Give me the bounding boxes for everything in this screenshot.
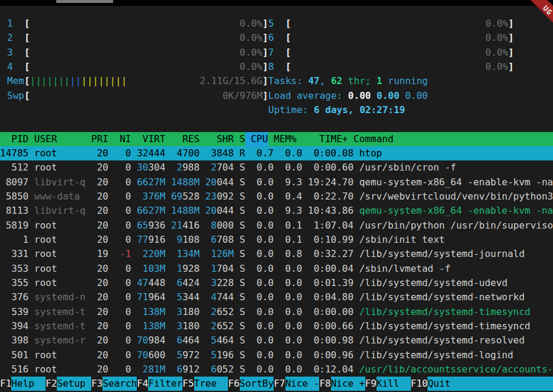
cpu-meter-3: 3[0.0%] [7,46,268,60]
fkey-f3[interactable]: F3Search [91,377,137,391]
process-nice: 0 [114,348,131,362]
process-row[interactable]: 501root2007060059725196S0.00.00:00.96/li… [0,348,553,362]
process-user: root [34,233,86,247]
column-header-ni[interactable]: NI [114,132,131,146]
process-nice: 0 [114,189,131,204]
fkey-f5[interactable]: F5Tree [182,377,228,391]
column-header-res[interactable]: RES [171,132,200,146]
fkey-f9[interactable]: F9Kill [365,377,411,391]
process-user: root [34,362,86,377]
column-header-time[interactable]: TIME+ [302,132,348,146]
process-command: /usr/sbin/cron -f [359,160,553,175]
fkey-f1[interactable]: F1Help [0,377,46,391]
process-nice: 0 [114,160,131,175]
process-row[interactable]: 353root200103M19281704S0.00.00:00.04/sbi… [0,262,553,276]
process-row[interactable]: 5819root20065936214168000S0.00.11:07.04/… [0,219,553,233]
column-header-pri[interactable]: PRI [91,132,108,146]
function-key-bar: F1HelpF2SetupF3SearchF4FilterF5TreeF6Sor… [0,377,553,391]
process-nice: 0 [114,175,131,189]
tasks-summary: Tasks: 47, 62 thr; 1 running [268,74,514,88]
process-row[interactable]: 8097libvirt-q2006627M1488M20044S0.09.319… [0,175,553,189]
process-command: /lib/systemd/systemd-journald [359,247,553,261]
process-row[interactable]: 398systemd-r2007098464645464S0.00.00:00.… [0,333,553,348]
fkey-f2[interactable]: F2Setup [46,377,91,391]
swap-meter: Swp[0K/976M] [7,89,268,103]
process-user: root [34,247,86,261]
process-command: /lib/systemd/systemd-networkd [359,290,553,304]
load-average: Load average: 0.00 0.00 0.00 [268,89,514,103]
htop-terminal-screen: UG 1[0.0%]2[0.0%]3[0.0%]4[0.0%]Mem[|||||… [0,0,553,392]
column-header-pid[interactable]: PID [0,132,28,146]
process-row[interactable]: 1root2007791691086708S0.00.10:10.99/sbin… [0,233,553,247]
process-nice: 0 [114,362,131,377]
fkey-f8[interactable]: F8Nice + [319,377,365,391]
process-nice: 0 [114,262,131,276]
process-command: /lib/systemd/systemd-logind [359,348,553,362]
process-user: root [34,160,86,175]
process-command: qemu-system-x86_64 -enable-kvm -na [359,204,553,218]
process-user: root [34,219,86,233]
process-nice: 0 [114,146,131,160]
process-row[interactable]: 376systemd-n2007196453444744S0.00.00:04.… [0,290,553,304]
process-command: /sbin/lvmetad -f [359,262,553,276]
process-user: systemd-t [34,319,86,333]
process-row[interactable]: 331root19-1220M134M126MS0.00.80:32.27/li… [0,247,553,261]
column-header-user[interactable]: USER [34,132,86,146]
process-user: root [34,262,86,276]
cpu-meter-2-bar: 0.0% [30,31,263,45]
cpu-meter-8-bar: 0.0% [291,60,509,74]
meters-column-right: 5[0.0%]6[0.0%]7[0.0%]8[0.0%]Tasks: 47, 6… [268,17,553,117]
table-header-row: PIDUSERPRINIVIRTRESSHRSCPU%MEM%TIME+Comm… [0,132,553,146]
column-header-cmd[interactable]: Command [353,132,553,146]
cpu-meter-7: 7[0.0%] [268,46,514,60]
cpu-meter-5-bar: 0.0% [291,17,509,31]
meters-column-left: 1[0.0%]2[0.0%]3[0.0%]4[0.0%]Mem[||||||||… [0,17,268,117]
column-header-shr[interactable]: SHR [205,132,234,146]
cpu-meter-7-bar: 0.0% [291,46,509,60]
process-nice: 0 [114,219,131,233]
process-row[interactable]: 394systemd-t200138M31802652S0.00.00:00.6… [0,319,553,333]
process-user: root [34,146,86,160]
process-row[interactable]: 512root2003030429882704S0.00.00:00.60/us… [0,160,553,175]
meters-header: 1[0.0%]2[0.0%]3[0.0%]4[0.0%]Mem[||||||||… [0,17,553,117]
process-user: root [34,348,86,362]
fkey-f7[interactable]: F7Nice - [274,377,319,391]
process-user: systemd-t [34,305,86,319]
process-nice: -1 [114,247,131,261]
fkey-f4[interactable]: F4Filter [137,377,182,391]
column-header-virt[interactable]: VIRT [137,132,165,146]
process-user: root [34,276,86,290]
process-row[interactable]: 14785root2003244447003848R0.70.00:00.08h… [0,146,553,160]
process-row[interactable]: 355root2004744864243228S0.00.00:01.39/li… [0,276,553,290]
process-nice: 0 [114,233,131,247]
cpu-meter-6-bar: 0.0% [291,31,509,45]
column-header-cpu[interactable]: CPU% [245,132,268,146]
process-nice: 0 [114,319,131,333]
process-user: libvirt-q [34,175,86,189]
process-nice: 0 [114,305,131,319]
cpu-meter-1-bar: 0.0% [30,17,263,31]
process-command: /sbin/init text [359,233,553,247]
fkey-f6[interactable]: F6SortBy [228,377,274,391]
process-user: systemd-n [34,290,86,304]
process-row[interactable]: 5850www-data200376M6952823092S0.00.40:22… [0,189,553,204]
column-header-mem[interactable]: MEM% [274,132,297,146]
uptime: Uptime: 6 days, 02:27:19 [268,103,514,117]
cpu-meter-2: 2[0.0%] [7,31,268,45]
process-row[interactable]: 516root200281M69126052S0.00.00:12.04/usr… [0,362,553,377]
process-command: /lib/systemd/systemd-udevd [359,276,553,290]
process-row[interactable]: 8113libvirt-q2006627M1488M20044S0.09.310… [0,204,553,218]
fkey-f10[interactable]: F10Quit [411,377,553,391]
process-nice: 0 [114,333,131,348]
process-nice: 0 [114,276,131,290]
column-header-s[interactable]: S [239,132,245,146]
process-row[interactable]: 539systemd-t200138M31802652S0.00.00:00.0… [0,305,553,319]
cpu-meter-4-bar: 0.0% [30,60,263,74]
process-nice: 0 [114,204,131,218]
process-nice: 0 [114,290,131,304]
process-command: /usr/bin/python /usr/bin/superviso [359,219,553,233]
process-user: www-data [34,189,86,204]
cpu-meter-6: 6[0.0%] [268,31,514,45]
process-command: /srv/webvirtcloud/venv/bin/python3 [359,189,553,204]
browser-tab-fragment [56,0,113,3]
